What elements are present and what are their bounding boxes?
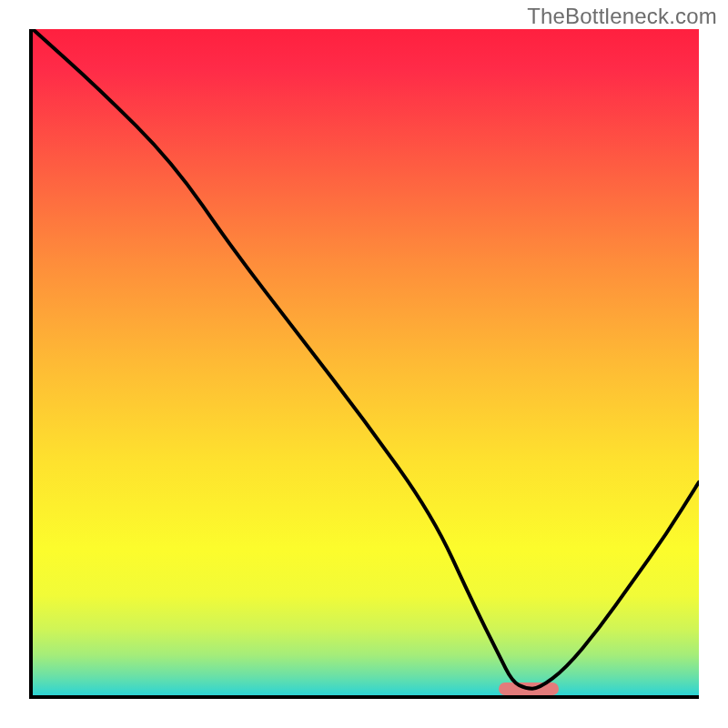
- chart-container: TheBottleneck.com: [0, 0, 728, 728]
- plot-area: [29, 29, 699, 699]
- watermark-label: TheBottleneck.com: [527, 4, 717, 29]
- bottleneck-curve: [33, 29, 699, 695]
